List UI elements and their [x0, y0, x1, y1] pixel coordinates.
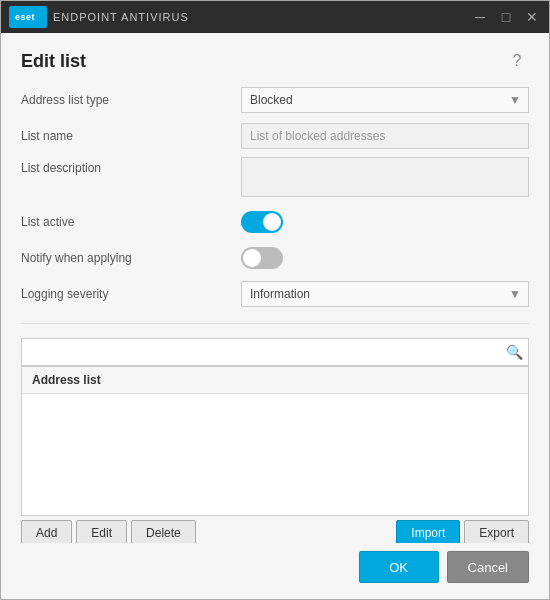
list-active-toggle-wrapper [241, 211, 529, 233]
export-button[interactable]: Export [464, 520, 529, 543]
list-name-value [241, 123, 529, 149]
search-area: 🔍 [21, 338, 529, 366]
address-list-type-label: Address list type [21, 93, 241, 107]
notify-label: Notify when applying [21, 251, 241, 265]
help-icon[interactable]: ? [505, 49, 529, 73]
edit-button[interactable]: Edit [76, 520, 127, 543]
svg-text:eset: eset [15, 12, 35, 22]
header-row: Edit list ? [21, 49, 529, 73]
list-active-row: List active [21, 207, 529, 237]
main-content: Edit list ? Address list type Blocked ▼ [1, 33, 549, 543]
footer-buttons: OK Cancel [1, 543, 549, 599]
page-title: Edit list [21, 51, 86, 72]
search-input[interactable] [21, 338, 529, 366]
search-icon[interactable]: 🔍 [506, 344, 523, 360]
form-section: Address list type Blocked ▼ List name [21, 85, 529, 309]
notify-toggle[interactable] [241, 247, 283, 269]
list-section: 🔍 Address list Add Edit Delete Import Ex… [21, 338, 529, 527]
logging-severity-value: Information Warning Error Critical ▼ [241, 281, 529, 307]
ok-button[interactable]: OK [359, 551, 439, 583]
address-list-body [22, 394, 528, 515]
address-list-header: Address list [22, 367, 528, 394]
cancel-button[interactable]: Cancel [447, 551, 529, 583]
notify-toggle-wrapper [241, 247, 529, 269]
address-list-type-row: Address list type Blocked ▼ [21, 85, 529, 115]
minimize-button[interactable]: ─ [471, 8, 489, 26]
window-controls: ─ □ ✕ [471, 8, 541, 26]
list-active-label: List active [21, 215, 241, 229]
add-button[interactable]: Add [21, 520, 72, 543]
app-logo: eset ENDPOINT ANTIVIRUS [9, 6, 189, 28]
delete-button[interactable]: Delete [131, 520, 196, 543]
main-window: eset ENDPOINT ANTIVIRUS ─ □ ✕ Edit list … [0, 0, 550, 600]
table-action-buttons: Add Edit Delete Import Export [21, 520, 529, 543]
logging-severity-select[interactable]: Information Warning Error Critical [241, 281, 529, 307]
logging-severity-dropdown-wrapper: Information Warning Error Critical ▼ [241, 281, 529, 307]
address-list-type-select[interactable]: Blocked [241, 87, 529, 113]
titlebar: eset ENDPOINT ANTIVIRUS ─ □ ✕ [1, 1, 549, 33]
list-name-row: List name [21, 121, 529, 151]
list-description-row: List description [21, 157, 529, 201]
eset-logo-badge: eset [9, 6, 47, 28]
logging-severity-row: Logging severity Information Warning Err… [21, 279, 529, 309]
list-active-toggle[interactable] [241, 211, 283, 233]
list-description-input[interactable] [241, 157, 529, 197]
list-name-label: List name [21, 129, 241, 143]
section-divider [21, 323, 529, 324]
maximize-button[interactable]: □ [497, 8, 515, 26]
address-list-type-value: Blocked ▼ [241, 87, 529, 113]
notify-slider [241, 247, 283, 269]
close-button[interactable]: ✕ [523, 8, 541, 26]
import-button[interactable]: Import [396, 520, 460, 543]
address-list-type-dropdown-wrapper: Blocked ▼ [241, 87, 529, 113]
app-title: ENDPOINT ANTIVIRUS [53, 11, 189, 23]
notify-row: Notify when applying [21, 243, 529, 273]
list-description-value [241, 157, 529, 201]
logging-severity-label: Logging severity [21, 287, 241, 301]
address-list-table: Address list [21, 366, 529, 516]
list-description-label: List description [21, 161, 241, 175]
list-active-slider [241, 211, 283, 233]
list-name-input[interactable] [241, 123, 529, 149]
